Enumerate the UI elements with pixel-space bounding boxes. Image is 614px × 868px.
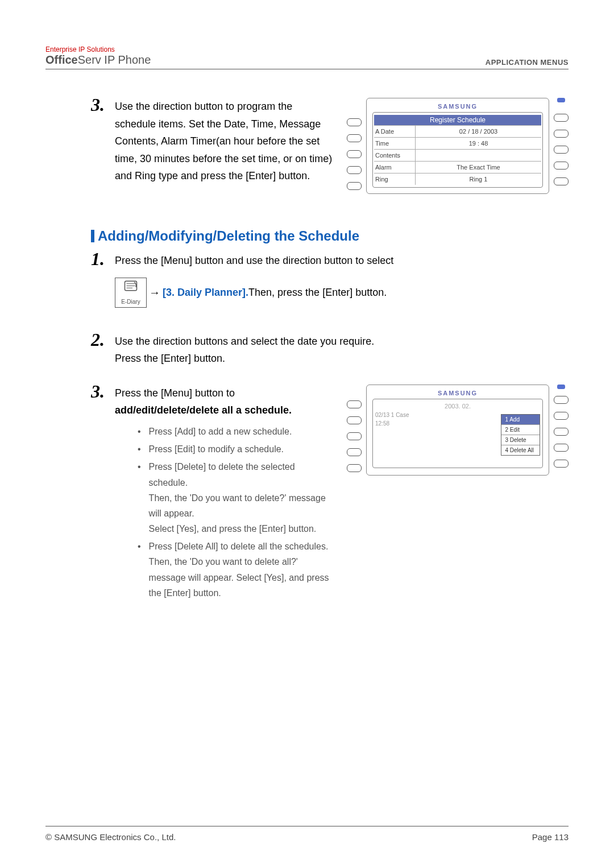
field-alarm[interactable]: The Exact Time — [416, 162, 541, 173]
step-number-3b: 3. — [91, 382, 105, 400]
phone2-year: 2003. 02. — [374, 402, 541, 411]
brand-block: Enterprise IP Solutions OfficeServ IP Ph… — [45, 46, 151, 67]
step3-lead2: add/edit/delete/delete all a schedule. — [115, 402, 335, 419]
hardkey2-right-4[interactable] — [554, 444, 569, 452]
step-number-2: 2. — [91, 330, 105, 349]
hardkey-left-3[interactable] — [347, 150, 362, 158]
hardkey2-right-1[interactable] — [554, 396, 569, 404]
phone-schedule-menu: SAMSUNG 2003. 02. 02/13 1 Case 12:58 1 A… — [347, 385, 569, 476]
step3-lead1: Press the [Menu] button to — [115, 385, 335, 402]
menu-item-delete[interactable]: 3 Delete — [501, 435, 540, 445]
ediary-icon: E-Diary — [115, 278, 147, 308]
hardkey2-right-3[interactable] — [554, 428, 569, 436]
hardkey2-right-5[interactable] — [554, 460, 569, 468]
phone-brand: SAMSUNG — [372, 103, 543, 110]
field-contents[interactable] — [416, 150, 541, 161]
step-3a-text: Use the direction button to program the … — [115, 98, 335, 185]
hardkey-right-4[interactable] — [554, 162, 569, 170]
hardkey-right-3[interactable] — [554, 146, 569, 154]
step-number-1: 1. — [91, 250, 105, 268]
menu-item-delete-all[interactable]: 4 Delete All — [501, 445, 540, 455]
copyright: © SAMSUNG Electronics Co., Ltd. — [45, 832, 176, 842]
bullet-delete-all: Press [Delete All] to delete all the sch… — [149, 539, 335, 601]
bullet-add: Press [Add] to add a new schedule. — [149, 424, 292, 439]
menu-item-add[interactable]: 1 Add — [501, 415, 540, 425]
hardkey2-left-1[interactable] — [347, 400, 362, 408]
brand-tagline: Enterprise IP Solutions — [45, 46, 151, 53]
page-footer: © SAMSUNG Electronics Co., Ltd. Page 113 — [45, 826, 569, 842]
page-header: Enterprise IP Solutions OfficeServ IP Ph… — [45, 46, 569, 69]
hardkey2-right-2[interactable] — [554, 412, 569, 420]
hardkey-left-1[interactable] — [347, 118, 362, 126]
hardkey-left-5[interactable] — [347, 182, 362, 190]
phone-title-bar: Register Schedule — [374, 115, 541, 125]
hardkey2-left-5[interactable] — [347, 464, 362, 472]
field-time[interactable]: 19 : 48 — [416, 138, 541, 149]
page-number: Page 113 — [532, 832, 569, 842]
status-led — [557, 98, 565, 102]
hardkey2-left-2[interactable] — [347, 416, 362, 424]
hardkey-left-4[interactable] — [347, 166, 362, 174]
product-name: OfficeServ IP Phone — [45, 53, 151, 67]
phone-register-schedule: SAMSUNG Register Schedule A Date02 / 18 … — [347, 98, 569, 194]
hardkey2-left-4[interactable] — [347, 448, 362, 456]
step2-line1: Use the direction buttons and select the… — [115, 333, 569, 350]
arrow-icon: → — [149, 283, 160, 302]
hardkey-left-2[interactable] — [347, 134, 362, 142]
hardkey2-left-3[interactable] — [347, 432, 362, 440]
hardkey-right-2[interactable] — [554, 130, 569, 138]
menu-item-edit[interactable]: 2 Edit — [501, 425, 540, 435]
status-led-2 — [557, 385, 565, 389]
step2-line2: Press the [Enter] button. — [115, 350, 569, 367]
section-heading: Adding/Modifying/Deleting the Schedule — [91, 228, 569, 244]
bullet-delete: Press [Delete] to delete the selected sc… — [149, 459, 335, 536]
field-date[interactable]: 02 / 18 / 2003 — [416, 126, 541, 137]
phone2-brand: SAMSUNG — [372, 390, 543, 396]
step-number-3a: 3. — [91, 96, 105, 114]
daily-planner-item: [3. Daily Planner]. — [163, 284, 248, 301]
hardkey-right-5[interactable] — [554, 177, 569, 185]
bullet-edit: Press [Edit] to modify a schedule. — [149, 441, 284, 457]
hardkey-right-1[interactable] — [554, 114, 569, 122]
header-section-label: APPLICATION MENUS — [486, 58, 569, 67]
field-ring[interactable]: Ring 1 — [416, 173, 541, 185]
popup-menu: 1 Add 2 Edit 3 Delete 4 Delete All — [501, 414, 540, 456]
step1-line: Press the [Menu] button and use the dire… — [115, 252, 569, 270]
